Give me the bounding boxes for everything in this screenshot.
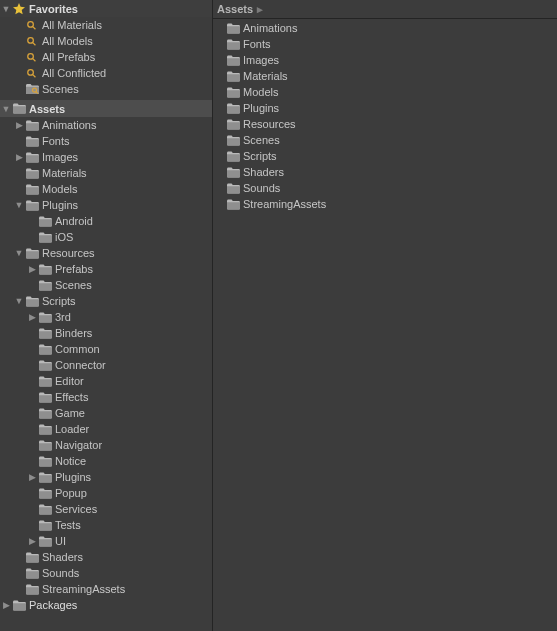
collapse-arrow-icon[interactable]: ▶ (13, 151, 25, 163)
tree-item-label: UI (55, 535, 66, 547)
search-icon (25, 34, 39, 48)
favorites-item-label: All Conflicted (42, 67, 106, 79)
tree-item[interactable]: Models (0, 181, 212, 197)
expand-arrow-icon[interactable]: ▼ (0, 103, 12, 115)
list-item[interactable]: Animations (213, 20, 557, 36)
expand-arrow-icon[interactable]: ▼ (13, 295, 25, 307)
favorites-item[interactable]: All Models (0, 33, 212, 49)
list-item-label: Plugins (243, 102, 279, 114)
packages-header[interactable]: ▶ Packages (0, 597, 212, 613)
tree-item[interactable]: Fonts (0, 133, 212, 149)
tree-item-label: Animations (42, 119, 96, 131)
breadcrumb-root[interactable]: Assets (217, 3, 253, 15)
tree-item[interactable]: Effects (0, 389, 212, 405)
tree-item[interactable]: ▼Scripts (0, 293, 212, 309)
tree-item[interactable]: ▶Prefabs (0, 261, 212, 277)
tree-item[interactable]: Sounds (0, 565, 212, 581)
list-item[interactable]: Images (213, 52, 557, 68)
collapse-arrow-icon[interactable]: ▶ (0, 599, 12, 611)
tree-item-label: Images (42, 151, 78, 163)
folder-icon (38, 486, 52, 500)
tree-item-label: Notice (55, 455, 86, 467)
tree-item[interactable]: ▶UI (0, 533, 212, 549)
folder-icon (12, 598, 26, 612)
favorites-header[interactable]: ▼ Favorites (0, 0, 212, 17)
breadcrumb[interactable]: Assets ▸ (213, 0, 557, 19)
list-item[interactable]: Resources (213, 116, 557, 132)
list-item[interactable]: Fonts (213, 36, 557, 52)
tree-item[interactable]: ▶Images (0, 149, 212, 165)
favorites-item[interactable]: All Conflicted (0, 65, 212, 81)
tree-item[interactable]: Scenes (0, 277, 212, 293)
expand-arrow-icon[interactable]: ▼ (13, 199, 25, 211)
tree-item-label: Loader (55, 423, 89, 435)
tree-panel[interactable]: ▼ Favorites All MaterialsAll ModelsAll P… (0, 0, 213, 631)
content-panel: Assets ▸ AnimationsFontsImagesMaterialsM… (213, 0, 557, 631)
folder-icon (25, 118, 39, 132)
tree-item[interactable]: Common (0, 341, 212, 357)
collapse-arrow-icon[interactable]: ▶ (26, 535, 38, 547)
list-item[interactable]: Models (213, 84, 557, 100)
folder-icon (38, 470, 52, 484)
collapse-arrow-icon[interactable]: ▶ (26, 311, 38, 323)
expand-arrow-icon[interactable]: ▼ (0, 3, 12, 15)
list-item-label: Images (243, 54, 279, 66)
tree-item[interactable]: Editor (0, 373, 212, 389)
folder-icon (38, 262, 52, 276)
tree-item-label: iOS (55, 231, 73, 243)
tree-item[interactable]: ▼Plugins (0, 197, 212, 213)
collapse-arrow-icon[interactable]: ▶ (26, 263, 38, 275)
favorites-item[interactable]: All Prefabs (0, 49, 212, 65)
collapse-arrow-icon[interactable]: ▶ (26, 471, 38, 483)
folder-icon (38, 326, 52, 340)
list-item[interactable]: StreamingAssets (213, 196, 557, 212)
tree-item[interactable]: Game (0, 405, 212, 421)
favorites-item[interactable]: Scenes (0, 81, 212, 97)
search-icon (25, 50, 39, 64)
folder-icon (38, 342, 52, 356)
list-item[interactable]: Plugins (213, 100, 557, 116)
tree-item[interactable]: Tests (0, 517, 212, 533)
favorites-item-label: Scenes (42, 83, 79, 95)
folder-icon (226, 181, 240, 195)
folder-icon (226, 101, 240, 115)
tree-item[interactable]: Popup (0, 485, 212, 501)
list-item[interactable]: Sounds (213, 180, 557, 196)
list-item[interactable]: Materials (213, 68, 557, 84)
tree-item[interactable]: Notice (0, 453, 212, 469)
tree-item[interactable]: Android (0, 213, 212, 229)
folder-icon (25, 134, 39, 148)
tree-item-label: Materials (42, 167, 87, 179)
favorites-item[interactable]: All Materials (0, 17, 212, 33)
collapse-arrow-icon[interactable]: ▶ (13, 119, 25, 131)
expand-arrow-icon[interactable]: ▼ (13, 247, 25, 259)
tree-item-label: Binders (55, 327, 92, 339)
folder-icon (38, 502, 52, 516)
tree-item-label: Fonts (42, 135, 70, 147)
favorites-item-label: All Models (42, 35, 93, 47)
tree-item[interactable]: Loader (0, 421, 212, 437)
assets-header[interactable]: ▼ Assets (0, 100, 212, 117)
assets-title: Assets (29, 103, 65, 115)
tree-item[interactable]: Shaders (0, 549, 212, 565)
tree-item[interactable]: Materials (0, 165, 212, 181)
folder-icon (226, 149, 240, 163)
tree-item[interactable]: iOS (0, 229, 212, 245)
list-item[interactable]: Scenes (213, 132, 557, 148)
tree-item[interactable]: Connector (0, 357, 212, 373)
tree-item-label: Plugins (42, 199, 78, 211)
folder-icon (25, 150, 39, 164)
tree-item[interactable]: Binders (0, 325, 212, 341)
tree-item[interactable]: StreamingAssets (0, 581, 212, 597)
tree-item[interactable]: Navigator (0, 437, 212, 453)
list-item[interactable]: Shaders (213, 164, 557, 180)
tree-item[interactable]: ▶Plugins (0, 469, 212, 485)
tree-item[interactable]: Services (0, 501, 212, 517)
folder-contents[interactable]: AnimationsFontsImagesMaterialsModelsPlug… (213, 19, 557, 631)
tree-item[interactable]: ▶Animations (0, 117, 212, 133)
folder-icon (25, 182, 39, 196)
list-item-label: Shaders (243, 166, 284, 178)
tree-item[interactable]: ▶3rd (0, 309, 212, 325)
tree-item[interactable]: ▼Resources (0, 245, 212, 261)
list-item[interactable]: Scripts (213, 148, 557, 164)
